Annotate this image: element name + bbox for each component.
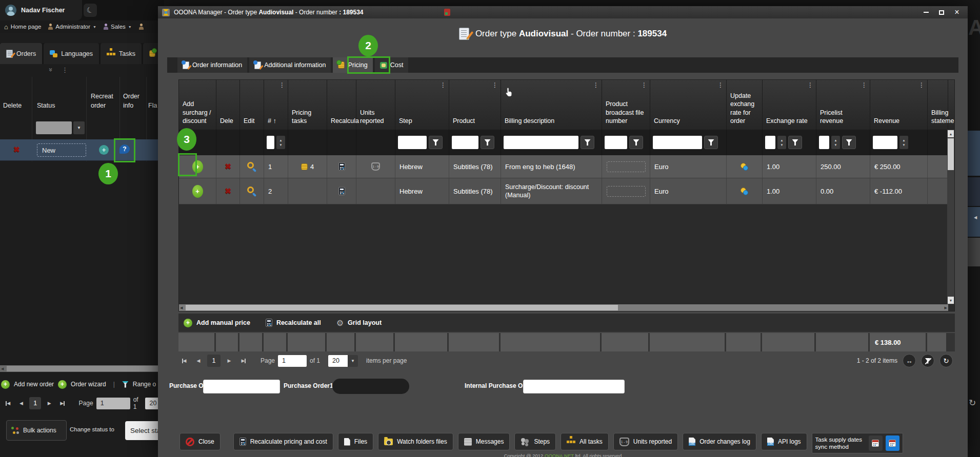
per-page-dropdown-button[interactable]: ▼: [348, 355, 358, 367]
col-delete[interactable]: Dele: [216, 80, 240, 130]
col-pricelist-revenue[interactable]: Pricelist revenue⋮: [816, 80, 870, 130]
range-button[interactable]: Range o: [133, 381, 156, 388]
background-horizontal-scrollbar[interactable]: ◀: [0, 365, 164, 372]
col-add-surcharge[interactable]: Add surcharg / discount: [179, 80, 216, 130]
tab-orders[interactable]: Orders: [0, 43, 42, 64]
vertical-scrollbar[interactable]: ▲ ▼: [947, 130, 954, 304]
first-page-button[interactable]: ◀: [178, 355, 190, 366]
edit-cell[interactable]: [240, 155, 264, 178]
delete-cell[interactable]: ✖: [216, 155, 240, 178]
messages-button[interactable]: Messages: [458, 433, 510, 450]
col-status[interactable]: Status: [37, 102, 55, 109]
col-pricing-tasks[interactable]: Pricing tasks: [288, 80, 327, 130]
spin-down-icon[interactable]: ▼: [834, 143, 837, 147]
page-input[interactable]: [96, 398, 130, 409]
currency-filter-button[interactable]: [704, 136, 718, 149]
recalculate-cell[interactable]: [327, 155, 356, 178]
po1-input[interactable]: [203, 380, 280, 393]
delete-cell[interactable]: ✖: [216, 178, 240, 204]
spin-up-icon[interactable]: ▲: [903, 139, 906, 142]
pricelist-filter-input[interactable]: [819, 136, 829, 149]
spin-down-icon[interactable]: ▼: [279, 143, 283, 147]
scrollbar-thumb[interactable]: [948, 138, 954, 170]
last-page-button[interactable]: ▶: [57, 398, 68, 409]
col-recalculate[interactable]: Recalcula: [327, 80, 356, 130]
scrollbar-thumb[interactable]: [186, 305, 618, 310]
nav-home[interactable]: ⌂ Home page: [4, 23, 41, 31]
sync-method-auto-button[interactable]: [886, 435, 899, 451]
nav-administrator[interactable]: Administrator ▼: [48, 24, 96, 30]
broadcast-filter-input[interactable]: [605, 136, 627, 149]
last-page-button[interactable]: ▶: [238, 355, 249, 366]
broadcast-filter-button[interactable]: [629, 136, 643, 149]
update-exchange-icon[interactable]: [741, 163, 748, 171]
prev-page-button[interactable]: ◀: [16, 398, 27, 409]
horizontal-scrollbar[interactable]: ◀ ▶: [179, 304, 948, 311]
first-page-button[interactable]: ◀: [3, 398, 13, 409]
tab-additional-information[interactable]: Additional information: [249, 57, 331, 73]
billing-filter-input[interactable]: [504, 136, 578, 149]
status-filter-dropdown-button[interactable]: ▼: [73, 121, 85, 134]
units-reported-icon[interactable]: 1 - 9: [371, 162, 380, 171]
tab-languages[interactable]: Languages: [44, 43, 99, 64]
number-filter-input[interactable]: [267, 136, 274, 149]
broadcast-file-field[interactable]: [607, 186, 646, 197]
col-edit[interactable]: Edit: [240, 80, 264, 130]
magnifier-icon[interactable]: [247, 186, 254, 193]
col-number[interactable]: # ↑⋮: [264, 80, 288, 130]
tab-order-information[interactable]: Order information: [177, 57, 247, 73]
col-delete[interactable]: Delete: [3, 102, 22, 109]
recalculate-cell[interactable]: [327, 178, 356, 204]
column-menu-icon[interactable]: ⋮: [279, 81, 285, 90]
broadcast-file-cell[interactable]: [602, 178, 650, 204]
pricing-row[interactable]: + ✖ 1 4 1 - 9 Hebrew Subtitles (78) From…: [179, 155, 954, 178]
pricing-row[interactable]: + ✖ 2 Hebrew Subtitles (78) Surcharge/Di…: [179, 178, 954, 204]
maximize-button[interactable]: [934, 6, 949, 18]
clear-filters-button[interactable]: [921, 354, 934, 367]
currency-filter-input[interactable]: [653, 136, 702, 149]
revenue-spinner[interactable]: ▲▼: [899, 136, 908, 149]
billing-filter-button[interactable]: [581, 136, 594, 149]
close-window-button[interactable]: ×: [949, 6, 965, 18]
add-surcharge-cell[interactable]: +: [179, 178, 216, 204]
column-menu-icon[interactable]: ⋮: [641, 81, 647, 90]
steps-button[interactable]: Steps: [514, 433, 556, 450]
nav-sales[interactable]: Sales ▼: [104, 24, 132, 30]
update-exchange-cell[interactable]: [727, 155, 763, 178]
calculator-icon[interactable]: [338, 162, 345, 171]
update-exchange-icon[interactable]: [741, 188, 748, 195]
col-update-exchange-rate[interactable]: Update exchang rate for order: [727, 80, 763, 130]
column-menu-icon[interactable]: ⋮: [807, 81, 813, 90]
column-menu-icon[interactable]: ⋮: [593, 81, 599, 90]
order-row-selected[interactable]: ✖ New + ?: [0, 139, 164, 161]
exchange-filter-button[interactable]: [788, 136, 802, 149]
current-page-button[interactable]: 1: [29, 397, 41, 409]
delete-icon[interactable]: ✖: [225, 186, 231, 196]
revenue-filter-input[interactable]: [873, 136, 897, 149]
api-logs-button[interactable]: LOG API logs: [761, 433, 807, 450]
next-page-button[interactable]: ▶: [224, 355, 235, 366]
units-reported-button[interactable]: 1 - 9 Units reported: [613, 433, 678, 450]
order-changes-log-button[interactable]: LOG Order changes log: [683, 433, 756, 450]
column-menu-icon[interactable]: ⋮: [492, 81, 498, 90]
number-spinner[interactable]: ▲▼: [276, 136, 285, 149]
col-product-broadcast-file-number[interactable]: Product broadcast file number⋮: [602, 80, 650, 130]
pricelist-spinner[interactable]: ▲▼: [831, 136, 840, 149]
next-page-button[interactable]: ▶: [44, 398, 54, 409]
scroll-right-icon[interactable]: ▶: [945, 306, 947, 310]
spin-up-icon[interactable]: ▲: [279, 139, 283, 142]
col-units-reported[interactable]: Units reported: [356, 80, 395, 130]
magnifier-icon[interactable]: [247, 162, 254, 169]
dialog-titlebar[interactable]: OOONA Manager - Order type Audiovisual -…: [158, 6, 968, 18]
exchange-spinner[interactable]: ▲▼: [777, 136, 786, 149]
order-wizard-button[interactable]: Order wizard: [71, 381, 106, 388]
broadcast-file-field[interactable]: [607, 161, 646, 172]
delete-icon[interactable]: ✖: [13, 145, 20, 154]
column-menu-icon[interactable]: ⋮: [861, 81, 867, 90]
col-step[interactable]: Step⋮: [395, 80, 449, 130]
watch-folders-files-button[interactable]: Watch folders files: [378, 433, 453, 450]
items-per-page-dropdown[interactable]: 20 ▼: [328, 355, 358, 367]
scroll-down-icon[interactable]: ▼: [948, 297, 954, 304]
refresh-icon[interactable]: ↻: [969, 398, 976, 408]
fit-columns-button[interactable]: ↔: [903, 354, 916, 367]
